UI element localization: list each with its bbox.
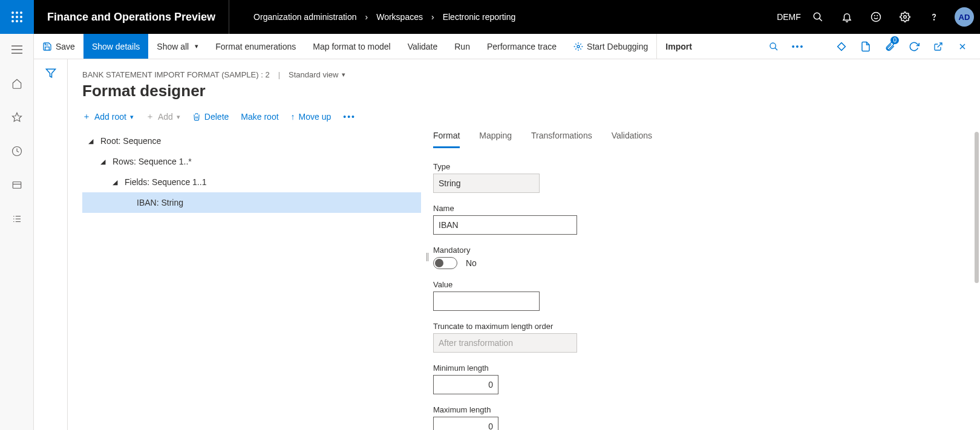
svg-line-31 (775, 48, 777, 50)
collapse-icon[interactable]: ◢ (110, 178, 120, 186)
shell: Save Show details Show all ▾ Format enum… (0, 34, 980, 430)
add-root-button[interactable]: ＋ Add root ▾ (82, 111, 134, 122)
tree-node-iban[interactable]: IBAN: String (82, 192, 421, 213)
more-actions-button[interactable]: ••• (786, 34, 809, 59)
notifications-button[interactable] (832, 0, 861, 34)
funnel-icon (45, 68, 56, 79)
search-button[interactable] (803, 0, 832, 34)
nav-favorites[interactable] (5, 108, 29, 127)
user-avatar[interactable]: AD (955, 7, 974, 27)
breadcrumb-item[interactable]: Electronic reporting (443, 12, 516, 22)
svg-point-9 (814, 13, 820, 19)
map-format-button[interactable]: Map format to model (304, 34, 399, 59)
trash-icon (192, 112, 201, 121)
app-launcher-button[interactable] (0, 0, 34, 34)
name-label: Name (433, 204, 857, 213)
tab-mapping[interactable]: Mapping (479, 131, 512, 148)
svg-point-5 (20, 16, 22, 18)
plus-icon: ＋ (146, 111, 154, 122)
validate-button[interactable]: Validate (399, 34, 446, 59)
hamburger-icon (11, 45, 22, 54)
type-field[interactable] (433, 174, 540, 193)
delete-button[interactable]: Delete (192, 112, 229, 122)
attachments-button[interactable]: 0 (878, 34, 901, 59)
tree-node-root[interactable]: ◢ Root: Sequence (82, 131, 421, 151)
tab-validations[interactable]: Validations (612, 131, 652, 148)
nav-workspaces[interactable] (5, 175, 29, 195)
content-area: BANK STATEMENT IMPORT FORMAT (SAMPLE) : … (34, 59, 980, 430)
svg-point-0 (11, 11, 14, 14)
tree-node-rows[interactable]: ◢ Rows: Sequence 1..* (82, 151, 421, 172)
find-button[interactable] (762, 34, 785, 59)
page-context: BANK STATEMENT IMPORT FORMAT (SAMPLE) : … (82, 70, 965, 79)
tree-node-fields[interactable]: ◢ Fields: Sequence 1..1 (82, 172, 421, 192)
svg-point-29 (577, 45, 580, 48)
nav-recent[interactable] (5, 142, 29, 161)
svg-line-33 (938, 43, 942, 47)
nav-modules[interactable] (5, 209, 29, 229)
help-button[interactable] (920, 0, 949, 34)
svg-point-6 (11, 20, 14, 22)
mandatory-label: Mandatory (433, 246, 857, 255)
tab-format[interactable]: Format (433, 131, 460, 148)
save-button[interactable]: Save (34, 34, 83, 59)
import-button[interactable]: Import (656, 34, 701, 59)
open-excel-button[interactable] (854, 34, 877, 59)
search-icon (769, 42, 779, 51)
collapse-icon[interactable]: ◢ (98, 158, 108, 166)
chevron-right-icon: › (431, 12, 434, 22)
main-area: Save Show details Show all ▾ Format enum… (34, 34, 980, 430)
format-tree: ◢ Root: Sequence ◢ Rows: Sequence 1..* ◢… (82, 131, 421, 213)
waffle-icon (11, 11, 22, 22)
start-debugging-button[interactable]: Start Debugging (565, 34, 656, 59)
chevron-down-icon: ▾ (177, 113, 180, 121)
add-button[interactable]: ＋ Add ▾ (146, 111, 180, 122)
svg-point-4 (16, 16, 18, 18)
svg-point-8 (20, 20, 22, 22)
popout-button[interactable] (927, 34, 950, 59)
svg-point-7 (16, 20, 18, 22)
company-picker[interactable]: DEMF (774, 0, 803, 34)
nav-expand-button[interactable] (5, 40, 29, 59)
star-icon (11, 112, 22, 123)
collapse-icon[interactable]: ◢ (86, 137, 96, 145)
breadcrumb-item[interactable]: Workspaces (376, 12, 423, 22)
svg-point-30 (770, 43, 776, 48)
tree-more-button[interactable]: ••• (343, 112, 356, 122)
min-length-field[interactable] (433, 375, 498, 394)
max-length-field[interactable] (433, 417, 498, 430)
office-addins-button[interactable] (830, 34, 853, 59)
value-field[interactable] (433, 292, 540, 311)
chevron-down-icon: ▾ (195, 42, 198, 50)
show-all-button[interactable]: Show all ▾ (148, 34, 207, 59)
nav-home[interactable] (5, 74, 29, 93)
name-field[interactable] (433, 215, 577, 235)
svg-point-13 (877, 15, 878, 16)
scrollbar-thumb[interactable] (975, 132, 979, 283)
svg-rect-32 (838, 42, 846, 50)
performance-trace-button[interactable]: Performance trace (479, 34, 565, 59)
svg-point-12 (874, 15, 875, 16)
mandatory-toggle[interactable] (433, 257, 457, 269)
filter-button[interactable] (45, 68, 56, 430)
feedback-button[interactable] (861, 0, 890, 34)
max-length-label: Maximum length (433, 405, 857, 414)
settings-button[interactable] (890, 0, 920, 34)
refresh-icon (909, 41, 920, 52)
run-button[interactable]: Run (446, 34, 479, 59)
refresh-button[interactable] (903, 34, 926, 59)
svg-rect-21 (13, 182, 21, 189)
make-root-button[interactable]: Make root (241, 112, 278, 122)
move-up-button[interactable]: ↑ Move up (291, 112, 332, 122)
view-dropdown[interactable]: Standard view ▾ (289, 70, 345, 79)
truncate-field[interactable] (433, 333, 577, 353)
breadcrumb-item[interactable]: Organization administration (253, 12, 356, 22)
show-details-button[interactable]: Show details (83, 34, 148, 59)
format-enumerations-button[interactable]: Format enumerations (207, 34, 304, 59)
home-icon (11, 78, 22, 89)
type-label: Type (433, 162, 857, 171)
pane-resize-handle[interactable]: ‖ (421, 131, 433, 430)
close-button[interactable] (951, 34, 974, 59)
tab-transformations[interactable]: Transformations (531, 131, 592, 148)
arrow-up-icon: ↑ (291, 112, 295, 122)
